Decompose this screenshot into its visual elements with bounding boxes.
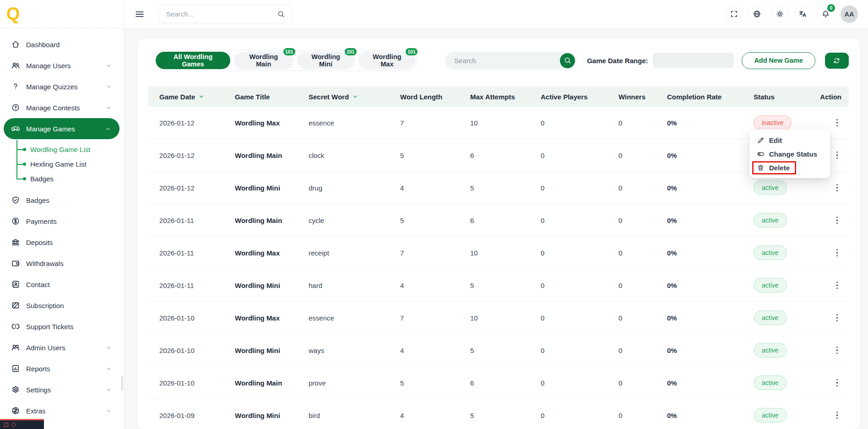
menu-item-edit[interactable]: Edit — [749, 133, 830, 147]
search-icon[interactable] — [277, 10, 285, 18]
row-actions-kebab-button[interactable] — [832, 408, 843, 423]
cell-secret-word: essence — [298, 119, 389, 127]
cell-max-attempts: 5 — [459, 347, 530, 354]
tab-wordling-main[interactable]: Wordling Main101 — [234, 52, 293, 69]
sidebar-item-payments[interactable]: Payments — [0, 211, 124, 232]
cell-active-players: 0 — [530, 249, 608, 257]
table-search-button[interactable] — [560, 53, 575, 68]
sidebar-item-contact[interactable]: Contact — [0, 274, 124, 295]
contest-icon — [11, 103, 20, 112]
cell-game-date: 2026-01-10 — [148, 379, 224, 387]
sidebar-item-label: Withdrawals — [26, 260, 64, 267]
cell-status: active — [743, 245, 823, 260]
cell-active-players: 0 — [530, 412, 608, 419]
row-actions-kebab-button[interactable] — [832, 343, 843, 358]
fullscreen-icon — [730, 10, 738, 18]
hamburger-menu-button[interactable] — [132, 6, 147, 22]
column-header-action: Action — [823, 93, 849, 101]
tab-all-wordling-games[interactable]: All Wordling Games — [156, 52, 230, 69]
cell-winners: 0 — [608, 249, 656, 257]
sidebar-item-subscription[interactable]: Subscription — [0, 295, 124, 316]
row-actions-kebab-button[interactable] — [832, 115, 843, 130]
row-actions-kebab-button[interactable] — [832, 375, 843, 391]
wallet-icon — [11, 259, 20, 268]
column-header-secret-word[interactable]: Secret Word — [298, 93, 389, 101]
sidebar-item-admin-users[interactable]: Admin Users — [0, 337, 124, 358]
cell-status: active — [743, 375, 823, 390]
cell-active-players: 0 — [530, 152, 608, 159]
user-avatar[interactable]: AA — [841, 5, 858, 23]
row-actions-kebab-button[interactable] — [832, 278, 843, 293]
sidebar-item-manage-games[interactable]: Manage Games — [4, 118, 119, 139]
sidebar-item-dashboard[interactable]: Dashboard — [0, 34, 124, 55]
chevron-down-icon — [105, 344, 112, 351]
sidebar-item-support-tickets[interactable]: Support Tickets — [0, 316, 124, 337]
ticket-icon — [11, 322, 20, 331]
tree-dot — [23, 177, 26, 180]
date-range-input[interactable] — [653, 53, 734, 68]
row-actions-kebab-button[interactable] — [832, 148, 843, 163]
translate-icon — [798, 10, 807, 18]
globe-button[interactable] — [748, 5, 765, 23]
sun-button[interactable] — [771, 5, 788, 23]
cell-action — [823, 245, 849, 261]
sidebar-item-badges[interactable]: Badges — [0, 190, 124, 211]
tab-wordling-mini[interactable]: Wordling Mini101 — [297, 52, 355, 69]
menu-item-delete[interactable]: Delete — [749, 161, 830, 174]
cell-max-attempts: 5 — [459, 282, 530, 289]
contact-icon — [11, 280, 20, 289]
column-header-label: Secret Word — [309, 93, 349, 101]
gamepad-icon — [11, 124, 20, 133]
column-header-game-date[interactable]: Game Date — [148, 93, 224, 101]
sidebar-item-manage-contests[interactable]: Manage Contests — [0, 97, 124, 118]
cell-secret-word: bird — [298, 412, 389, 419]
row-actions-kebab-button[interactable] — [832, 180, 843, 195]
cell-completion-rate: 0% — [656, 282, 743, 289]
menu-item-change-status[interactable]: Change Status — [749, 147, 830, 161]
sidebar-item-deposits[interactable]: Deposits — [0, 232, 124, 253]
sidebar-subitem-wordling-game-list[interactable]: Wordling Game List — [23, 142, 124, 157]
sidebar-subitem-label: Wordling Game List — [30, 146, 90, 153]
table-row: 2026-01-10Wordling Miniways45000%active — [148, 334, 849, 367]
cell-action — [823, 375, 849, 391]
cell-game-title: Wordling Main — [224, 217, 298, 224]
cell-status: active — [743, 278, 823, 293]
app-logo[interactable]: Q — [6, 4, 20, 24]
add-new-game-button[interactable]: Add New Game — [742, 52, 815, 69]
topbar-search — [158, 5, 292, 23]
report-icon — [11, 364, 20, 373]
sort-icon[interactable] — [198, 93, 205, 100]
cell-game-date: 2026-01-11 — [148, 282, 224, 289]
cell-game-title: Wordling Max — [224, 249, 298, 257]
sidebar-scrollbar-thumb[interactable] — [121, 375, 123, 391]
row-actions-kebab-button[interactable] — [832, 213, 843, 228]
sort-icon[interactable] — [352, 93, 358, 100]
fullscreen-button[interactable] — [725, 5, 743, 23]
sidebar-item-extras[interactable]: Extras — [0, 400, 124, 421]
bell-button[interactable]: 0 — [817, 5, 834, 23]
tab-label: All Wordling Games — [165, 53, 221, 68]
sidebar-subitem-hexling-game-list[interactable]: Hexling Game List — [23, 157, 124, 171]
column-header-completion-rate: Completion Rate — [656, 93, 743, 101]
sidebar-item-manage-users[interactable]: Manage Users — [0, 55, 124, 76]
topbar-search-input[interactable] — [166, 10, 277, 18]
status-badge: active — [754, 245, 787, 260]
translate-button[interactable] — [794, 5, 811, 23]
sidebar-item-manage-quizzes[interactable]: Manage Quizzes — [0, 76, 124, 97]
sidebar-subitem-badges[interactable]: Badges — [23, 171, 124, 186]
row-actions-kebab-button[interactable] — [832, 310, 843, 326]
sidebar-item-settings[interactable]: Settings — [0, 379, 124, 400]
sun-icon — [776, 10, 784, 18]
sidebar-item-withdrawals[interactable]: Withdrawals — [0, 253, 124, 274]
status-badge: active — [754, 375, 787, 390]
tab-wordling-max[interactable]: Wordling Max101 — [358, 52, 416, 69]
row-actions-kebab-button[interactable] — [832, 245, 843, 261]
cell-word-length: 7 — [389, 249, 459, 257]
cell-action — [823, 343, 849, 358]
dev-overlay-badge[interactable] — [0, 419, 44, 429]
table-search-input[interactable] — [454, 57, 560, 65]
sidebar-item-label: Manage Users — [26, 62, 71, 70]
sidebar-item-reports[interactable]: Reports — [0, 358, 124, 379]
refresh-button[interactable] — [825, 53, 849, 69]
cell-winners: 0 — [608, 184, 656, 192]
